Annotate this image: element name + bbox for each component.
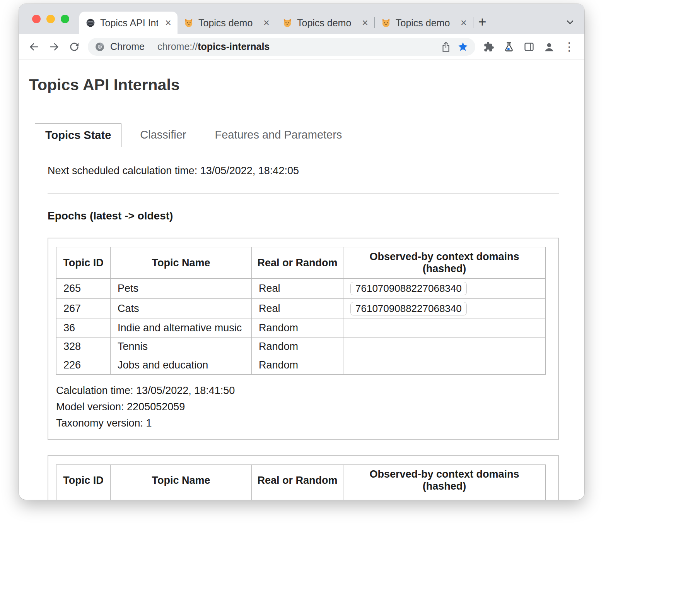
topic-id-header: Topic ID <box>56 247 111 279</box>
experiments-flask-icon[interactable] <box>499 37 519 57</box>
real-or-random-cell: Random <box>252 356 343 375</box>
topic-id-cell: 226 <box>56 356 111 375</box>
topics-table: Topic ID Topic Name Real or Random Obser… <box>56 247 546 375</box>
address-separator <box>151 42 151 52</box>
calculation-time: Calculation time: 13/05/2022, 18:41:50 <box>56 382 550 399</box>
domain-hash-chip: 7610709088227068340 <box>350 302 467 315</box>
epoch-box-latest: Topic ID Topic Name Real or Random Obser… <box>48 238 559 440</box>
browser-tab-topics-demo-1[interactable]: Topics demo × <box>178 12 276 34</box>
cat-favicon-icon <box>184 18 194 28</box>
real-or-random-header: Real or Random <box>252 247 343 279</box>
cat-favicon-icon <box>381 18 391 28</box>
tab-title: Topics API Internals <box>100 17 158 29</box>
topic-id-cell: 265 <box>56 279 111 299</box>
topic-id-header: Topic ID <box>56 465 111 496</box>
epoch-metadata: Calculation time: 13/05/2022, 18:41:50 M… <box>56 382 550 431</box>
table-row: 267 Cats Real 7610709088227068340 <box>56 299 546 319</box>
topic-name-cell: Tennis <box>111 338 252 356</box>
topic-name-cell: Indie and alternative music <box>111 319 252 338</box>
page-tabs: Topics State Classifier Features and Par… <box>29 123 574 147</box>
table-row: 123 Printing and publishing Random <box>56 496 546 500</box>
tab-close-icon[interactable]: × <box>163 17 174 29</box>
table-row: 265 Pets Real 7610709088227068340 <box>56 279 546 299</box>
url-host: topics-internals <box>198 41 270 52</box>
table-header-row: Topic ID Topic Name Real or Random Obser… <box>56 465 546 496</box>
topic-id-cell: 267 <box>56 299 111 319</box>
topic-id-cell: 123 <box>56 496 111 500</box>
extensions-puzzle-icon[interactable] <box>479 37 499 57</box>
tab-title: Topics demo <box>198 17 256 29</box>
real-or-random-cell: Real <box>252 279 343 299</box>
internals-favicon-icon <box>85 18 96 28</box>
topic-name-header: Topic Name <box>111 247 252 279</box>
site-label: Chrome <box>110 41 145 52</box>
browser-window: Topics API Internals × Topics demo × <box>19 4 584 500</box>
divider <box>48 193 559 194</box>
page-content: Topics API Internals Topics State Classi… <box>19 60 584 500</box>
browser-tab-topics-demo-2[interactable]: Topics demo × <box>276 12 374 34</box>
topic-id-cell: 328 <box>56 338 111 356</box>
url-scheme: chrome:// <box>157 41 198 52</box>
topic-name-cell: Pets <box>111 279 252 299</box>
tab-close-icon[interactable]: × <box>458 17 469 29</box>
back-button[interactable] <box>24 37 44 57</box>
taxonomy-version: Taxonomy version: 1 <box>56 415 550 431</box>
table-row: 328 Tennis Random <box>56 338 546 356</box>
real-or-random-cell: Real <box>252 299 343 319</box>
domains-cell <box>343 356 546 375</box>
next-calculation-time: Next scheduled calculation time: 13/05/2… <box>48 165 559 177</box>
bookmark-star-icon[interactable] <box>454 38 471 55</box>
observed-domains-header: Observed-by context domains (hashed) <box>343 247 546 279</box>
page-title: Topics API Internals <box>29 76 574 94</box>
model-version: Model version: 2205052059 <box>56 399 550 415</box>
domains-cell: 7610709088227068340 <box>343 299 546 319</box>
tab-classifier[interactable]: Classifier <box>130 123 196 147</box>
real-or-random-cell: Random <box>252 338 343 356</box>
profile-avatar-icon[interactable] <box>540 37 559 57</box>
fullscreen-window-button[interactable] <box>61 15 69 23</box>
cat-favicon-icon <box>282 18 292 28</box>
address-bar[interactable]: Chrome chrome://topics-internals <box>88 38 475 56</box>
topics-state-panel: Next scheduled calculation time: 13/05/2… <box>48 165 559 500</box>
table-row: 36 Indie and alternative music Random <box>56 319 546 338</box>
window-controls <box>19 4 79 34</box>
epoch-box-previous: Topic ID Topic Name Real or Random Obser… <box>48 455 559 500</box>
domains-cell: 7610709088227068340 <box>343 279 546 299</box>
tab-title: Topics demo <box>297 17 355 29</box>
real-or-random-cell: Random <box>252 319 343 338</box>
epochs-heading: Epochs (latest -> oldest) <box>48 210 559 222</box>
tab-features-and-parameters[interactable]: Features and Parameters <box>205 123 352 147</box>
forward-button[interactable] <box>44 37 64 57</box>
table-row: 226 Jobs and education Random <box>56 356 546 375</box>
browser-tab-topics-demo-3[interactable]: Topics demo × <box>375 12 473 34</box>
real-or-random-header: Real or Random <box>252 465 343 496</box>
tab-strip: Topics API Internals × Topics demo × <box>19 4 584 34</box>
close-window-button[interactable] <box>32 15 41 23</box>
side-panel-icon[interactable] <box>519 37 539 57</box>
tab-close-icon[interactable]: × <box>261 17 272 29</box>
domains-cell <box>343 338 546 356</box>
browser-tab-topics-internals[interactable]: Topics API Internals × <box>79 12 178 34</box>
reload-button[interactable] <box>65 37 84 57</box>
tab-title: Topics demo <box>396 17 454 29</box>
topic-name-cell: Cats <box>111 299 252 319</box>
table-header-row: Topic ID Topic Name Real or Random Obser… <box>56 247 546 279</box>
observed-domains-header: Observed-by context domains (hashed) <box>343 465 546 496</box>
tab-search-chevron-icon[interactable] <box>561 13 579 31</box>
url-text: chrome://topics-internals <box>157 41 270 52</box>
domains-cell <box>343 319 546 338</box>
real-or-random-cell: Random <box>252 496 343 500</box>
domains-cell <box>343 496 546 500</box>
share-icon[interactable] <box>437 38 454 55</box>
tab-topics-state[interactable]: Topics State <box>35 123 121 147</box>
chrome-logo-icon <box>94 38 106 55</box>
minimize-window-button[interactable] <box>46 15 55 23</box>
tab-close-icon[interactable]: × <box>360 17 370 29</box>
topic-name-header: Topic Name <box>111 465 252 496</box>
topics-table: Topic ID Topic Name Real or Random Obser… <box>56 464 546 500</box>
topic-id-cell: 36 <box>56 319 111 338</box>
browser-menu-icon[interactable]: ⋮ <box>560 37 579 57</box>
topic-name-cell: Jobs and education <box>111 356 252 375</box>
browser-toolbar: Chrome chrome://topics-internals <box>19 34 584 60</box>
new-tab-button[interactable]: + <box>473 13 491 31</box>
